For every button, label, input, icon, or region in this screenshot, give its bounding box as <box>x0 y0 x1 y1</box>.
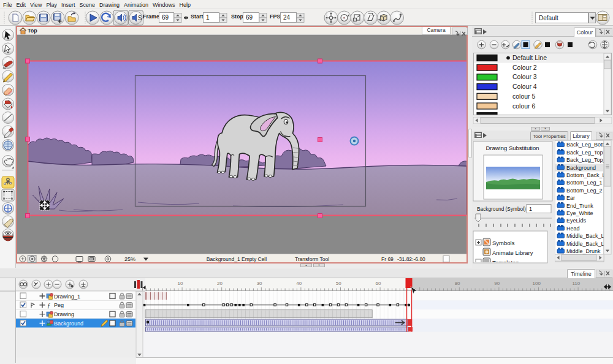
svg-text:100: 100 <box>533 281 541 286</box>
svg-text:Drawing: Drawing <box>54 311 74 317</box>
svg-text:Back_Leg_Top_: Back_Leg_Top_ <box>566 157 607 163</box>
svg-text:Middle_Drunk: Middle_Drunk <box>566 248 601 254</box>
svg-text:40: 40 <box>296 281 302 286</box>
svg-text:50: 50 <box>336 281 341 286</box>
svg-text:10: 10 <box>177 281 183 286</box>
svg-text:30: 30 <box>257 281 262 286</box>
svg-text:Transform Tool: Transform Tool <box>295 256 329 262</box>
svg-text:60: 60 <box>375 281 381 286</box>
svg-text:Colour 3: Colour 3 <box>512 73 537 80</box>
svg-text:20: 20 <box>217 281 223 286</box>
svg-text:-31.82:-6.80: -31.82:-6.80 <box>397 256 425 262</box>
svg-text:colour 5: colour 5 <box>512 93 536 100</box>
svg-text:EyeLids: EyeLids <box>566 218 587 224</box>
svg-text:Background: Background <box>54 320 83 327</box>
svg-text:110: 110 <box>573 281 581 286</box>
svg-text:25%: 25% <box>124 256 135 262</box>
svg-text:90: 90 <box>494 281 500 286</box>
svg-text:Eye_White: Eye_White <box>566 210 593 216</box>
svg-text:Head: Head <box>566 226 580 232</box>
svg-text:colour 6: colour 6 <box>512 102 536 110</box>
svg-text:Colour 4: Colour 4 <box>512 83 537 90</box>
svg-text:Drawing_1: Drawing_1 <box>54 294 80 300</box>
svg-text:Default Line: Default Line <box>512 54 547 61</box>
svg-text:Back_Leg_Top: Back_Leg_Top <box>566 150 603 156</box>
svg-text:Background (Symbol): Background (Symbol) <box>477 206 526 212</box>
svg-text:Back_Leg_Bott: Back_Leg_Bott <box>566 142 604 148</box>
svg-text:Middle_Back_L: Middle_Back_L <box>566 233 604 239</box>
svg-text:Background_1 Empty Cell: Background_1 Empty Cell <box>207 256 267 262</box>
svg-text:1: 1 <box>529 206 532 212</box>
svg-text:Bottom_Leg_1: Bottom_Leg_1 <box>566 180 603 186</box>
svg-text:S: S <box>138 15 142 21</box>
svg-text:Bottom_Back_L: Bottom_Back_L <box>566 172 606 178</box>
svg-text:Colour 2: Colour 2 <box>512 64 537 71</box>
svg-text:80: 80 <box>455 281 460 286</box>
svg-text:Animate Library: Animate Library <box>492 249 533 256</box>
svg-text:Symbols: Symbols <box>492 240 515 246</box>
svg-text:Background: Background <box>566 165 596 171</box>
svg-text:Ear: Ear <box>566 195 575 201</box>
svg-text:End_Trunk: End_Trunk <box>566 203 593 209</box>
svg-text:Drawing Substitution: Drawing Substitution <box>485 145 539 151</box>
svg-text:Bottom_Leg_2: Bottom_Leg_2 <box>566 188 603 194</box>
svg-text:Fr 69: Fr 69 <box>381 256 394 262</box>
svg-text:Peg: Peg <box>54 302 64 308</box>
svg-text:ƒ: ƒ <box>47 302 50 309</box>
svg-text:Middle_Back_L: Middle_Back_L <box>566 241 604 247</box>
